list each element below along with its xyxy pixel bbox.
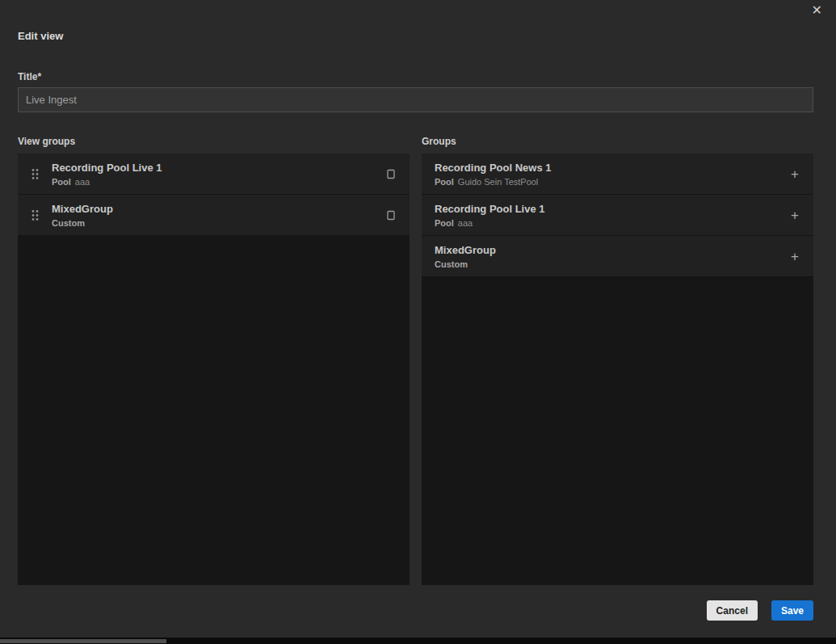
group-type: Pool [435,218,454,228]
modal-footer: Cancel Save [707,600,813,621]
group-subtitle: Poolaaa [435,218,545,228]
groups-label: Groups [422,136,456,147]
group-title: Recording Pool Live 1 [435,203,545,215]
view-group-subtitle: Poolaaa [52,177,162,187]
view-group-title: Recording Pool Live 1 [52,162,162,174]
group-type: Pool [52,177,71,187]
title-input[interactable] [18,87,813,112]
group-name: aaa [458,218,473,228]
group-title: MixedGroup [435,244,496,256]
modal-title: Edit view [18,30,63,42]
group-subtitle: Custom [435,259,496,269]
view-groups-panel: Recording Pool Live 1 Poolaaa [18,154,410,585]
group-name: Guido Sein TestPool [458,177,538,187]
remove-icon[interactable] [382,206,400,224]
view-group-title: MixedGroup [52,203,113,215]
view-group-texts: Recording Pool Live 1 Poolaaa [52,162,162,187]
view-group-row: MixedGroup Custom [18,195,410,236]
group-name: aaa [75,177,90,187]
edit-view-modal: ✕ Edit view Title* View groups Groups Re… [0,0,836,638]
groups-panel: Recording Pool News 1 PoolGuido Sein Tes… [422,154,813,585]
view-group-row: Recording Pool Live 1 Poolaaa [18,154,410,195]
title-label: Title* [18,71,41,82]
drag-handle-icon[interactable] [18,209,52,221]
group-texts: Recording Pool News 1 PoolGuido Sein Tes… [435,162,551,187]
add-icon[interactable]: + [786,165,804,183]
view-group-texts: MixedGroup Custom [52,203,113,228]
drag-handle-icon[interactable] [18,168,52,180]
remove-icon[interactable] [382,165,400,183]
horizontal-scrollbar-thumb[interactable] [0,639,166,643]
group-type: Custom [52,218,85,228]
close-icon[interactable]: ✕ [812,4,822,17]
group-texts: MixedGroup Custom [435,244,496,269]
group-row: MixedGroup Custom + [422,236,813,277]
group-type: Pool [435,177,454,187]
group-texts: Recording Pool Live 1 Poolaaa [435,203,545,228]
group-type: Custom [435,259,468,269]
group-row: Recording Pool Live 1 Poolaaa + [422,195,813,236]
group-title: Recording Pool News 1 [435,162,551,174]
page-bottom-strip [0,638,836,644]
add-icon[interactable]: + [786,206,804,224]
view-group-subtitle: Custom [52,218,113,228]
cancel-button[interactable]: Cancel [707,600,758,621]
view-groups-label: View groups [18,136,75,147]
save-button[interactable]: Save [771,600,813,621]
add-icon[interactable]: + [786,247,804,265]
group-row: Recording Pool News 1 PoolGuido Sein Tes… [422,154,813,195]
group-subtitle: PoolGuido Sein TestPool [435,177,551,187]
